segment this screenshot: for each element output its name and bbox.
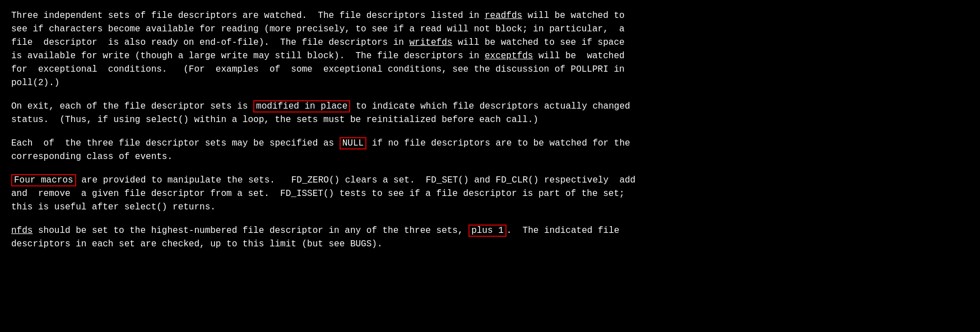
text-segment: are provided to manipulate the sets. FD_… <box>11 175 635 212</box>
text-segment: Three independent sets of file descripto… <box>11 11 485 21</box>
text-segment: Each of the three file descriptor sets m… <box>11 138 340 148</box>
boxed-text: modified in place <box>253 100 350 113</box>
text-segment: should be set to the highest-numbered fi… <box>32 226 468 236</box>
paragraph-para2: On exit, each of the file descriptor set… <box>11 100 969 127</box>
underline-text: readfds <box>485 11 522 21</box>
boxed-text: plus 1 <box>468 225 507 237</box>
text-segment: On exit, each of the file descriptor set… <box>11 101 253 111</box>
paragraph-para5: nfds should be set to the highest-number… <box>11 224 969 251</box>
paragraph-para3: Each of the three file descriptor sets m… <box>11 137 969 163</box>
underline-text: nfds <box>11 226 32 236</box>
main-content: Three independent sets of file descripto… <box>11 9 969 251</box>
underline-text: writefds <box>410 38 453 48</box>
paragraph-para4: Four macros are provided to manipulate t… <box>11 174 969 214</box>
paragraph-para1: Three independent sets of file descripto… <box>11 9 969 90</box>
boxed-text: NULL <box>340 137 366 149</box>
boxed-text: Four macros <box>11 174 76 186</box>
underline-text: exceptfds <box>485 51 533 61</box>
